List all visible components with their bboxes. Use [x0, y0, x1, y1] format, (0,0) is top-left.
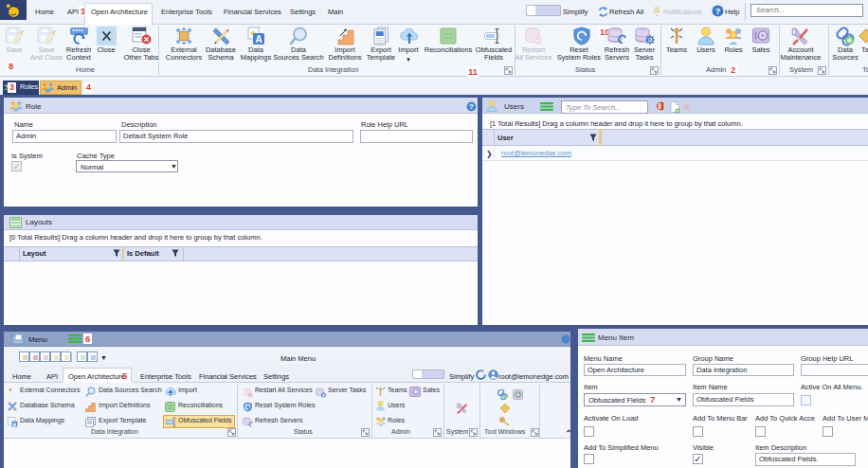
svg-text:A: A	[255, 34, 262, 45]
svg-text:?: ?	[715, 7, 721, 16]
svg-text:?: ?	[469, 102, 474, 111]
